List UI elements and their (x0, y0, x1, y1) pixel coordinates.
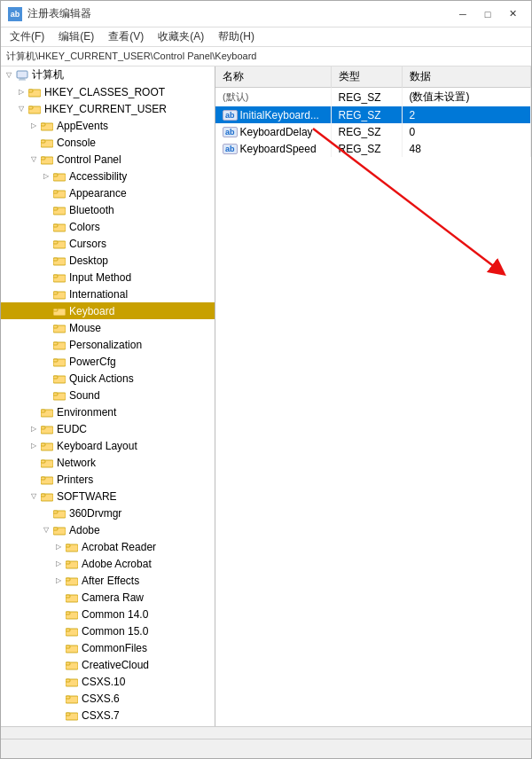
tree-node-sound[interactable]: ▷ Sound (1, 387, 215, 403)
title-bar: ab 注册表编辑器 ─ □ ✕ (1, 1, 531, 27)
tree-node-csxs7[interactable]: ▷ CSXS.7 (1, 707, 215, 724)
tree-node-software[interactable]: ▽ SOFTWARE (1, 488, 215, 505)
tree-node-common150[interactable]: ▷ Common 15.0 (1, 622, 215, 639)
svg-rect-76 (66, 696, 70, 699)
tree-node-environment[interactable]: ▷ Environment (1, 403, 215, 420)
tree-node-csxs6[interactable]: ▷ CSXS.6 (1, 690, 215, 707)
tree-node-appevents[interactable]: ▷ AppEvents (1, 117, 215, 134)
controlpanel-icon (40, 153, 54, 166)
svg-rect-38 (53, 376, 58, 379)
tree-node-controlpanel[interactable]: ▽ Control Panel (1, 151, 215, 168)
svg-rect-72 (66, 662, 70, 665)
tree-node-console[interactable]: ▷ Console (1, 134, 215, 151)
bluetooth-label: Bluetooth (69, 204, 114, 216)
close-button[interactable]: ✕ (501, 5, 524, 23)
tree-node-desktop[interactable]: ▷ Desktop (1, 252, 215, 269)
svg-rect-74 (66, 679, 70, 682)
expander-adobe: ▽ (40, 524, 52, 536)
controlpanel-label: Control Panel (57, 153, 121, 166)
tree-node-adobe[interactable]: ▽ Adobe (1, 521, 215, 538)
csxs7-icon (65, 709, 79, 722)
mouse-label: Mouse (69, 322, 101, 334)
tree-node-commonfiles[interactable]: ▷ CommonFiles (1, 639, 215, 656)
acrobatreader-icon (65, 541, 79, 553)
menu-edit[interactable]: 编辑(E) (53, 27, 99, 46)
cameraraw-label: Camera Raw (82, 591, 144, 604)
tree-node-powercfg[interactable]: ▷ PowerCfg (1, 353, 215, 370)
minimize-button[interactable]: ─ (451, 5, 474, 23)
tree-node-adobeacrobat[interactable]: ▷ Adobe Acrobat (1, 555, 215, 572)
tree-node-cameraraw[interactable]: ▷ Camera Raw (1, 589, 215, 606)
reg-icon-badge-1: ab InitialKeyboard... (223, 109, 319, 121)
appearance-icon (52, 187, 66, 200)
table-row[interactable]: (默认) REG_SZ (数值未设置) (215, 88, 531, 107)
registry-editor-window: ab 注册表编辑器 ─ □ ✕ 文件(F) 编辑(E) 查看(V) 收藏夹(A)… (0, 0, 532, 759)
keyboard-label: Keyboard (69, 305, 114, 317)
expander-hkcu: ▽ (15, 103, 27, 115)
tree-node-bluetooth[interactable]: ▷ Bluetooth (1, 201, 215, 218)
common150-label: Common 15.0 (82, 625, 148, 638)
tree-node-hkcu[interactable]: ▽ HKEY_CURRENT_USER (1, 100, 215, 117)
svg-rect-20 (53, 224, 58, 227)
menu-help[interactable]: 帮助(H) (213, 27, 260, 46)
svg-rect-70 (66, 646, 70, 648)
tree-node-keyboardlayout[interactable]: ▷ Keyboard Layout (1, 437, 215, 454)
tree-node-printers[interactable]: ▷ Printers (1, 471, 215, 488)
colors-icon (52, 221, 66, 233)
environment-icon (40, 406, 54, 419)
tree-node-acrobatreader[interactable]: ▷ Acrobat Reader (1, 538, 215, 555)
table-row-selected[interactable]: ab InitialKeyboard... REG_SZ 2 (215, 106, 531, 123)
row-name: (默认) (215, 88, 331, 107)
tree-node-mouse[interactable]: ▷ Mouse (1, 319, 215, 336)
tree-node-accessibility[interactable]: ▷ Accessibility (1, 168, 215, 184)
svg-rect-22 (53, 241, 58, 244)
network-label: Network (57, 457, 96, 469)
csxs10-label: CSXS.10 (82, 676, 125, 688)
tree-node-computer[interactable]: ▽ 计算机 (1, 67, 215, 83)
international-icon (52, 288, 66, 301)
software-label: SOFTWARE (57, 490, 117, 503)
svg-rect-26 (53, 275, 58, 278)
eudc-icon (40, 423, 54, 435)
expander-aftereffects: ▷ (52, 575, 65, 587)
expander-hkcr: ▷ (15, 86, 27, 98)
status-bar (1, 739, 531, 758)
powercfg-icon (52, 356, 66, 368)
tree-node-personalization[interactable]: ▷ Personalization (1, 336, 215, 353)
tree-pane[interactable]: ▽ 计算机 ▷ HKEY_CLASSES_ROOT (1, 67, 215, 726)
tree-node-appearance[interactable]: ▷ Appearance (1, 184, 215, 201)
table-row[interactable]: ab KeyboardSpeed REG_SZ 48 (215, 140, 531, 157)
tree-node-eudc[interactable]: ▷ EUDC (1, 420, 215, 437)
main-content: ▽ 计算机 ▷ HKEY_CLASSES_ROOT (1, 67, 531, 726)
tree-node-international[interactable]: ▷ International (1, 286, 215, 302)
default-icon-badge: (默认) (223, 90, 248, 104)
menu-view[interactable]: 查看(V) (103, 27, 149, 46)
hkcr-icon (27, 86, 42, 98)
tree-node-cursors[interactable]: ▷ Cursors (1, 235, 215, 252)
tree-node-inputmethod[interactable]: ▷ Input Method (1, 269, 215, 286)
tree-node-hkcr[interactable]: ▷ HKEY_CLASSES_ROOT (1, 83, 215, 100)
tree-node-keyboard[interactable]: ▷ Keyboard (1, 302, 215, 319)
table-row[interactable]: ab KeyboardDelay REG_SZ 0 (215, 123, 531, 140)
tree-node-creativecloud[interactable]: ▷ CreativeCloud (1, 656, 215, 673)
row-type: REG_SZ (331, 123, 402, 140)
csxs7-label: CSXS.7 (82, 709, 120, 722)
menu-favorites[interactable]: 收藏夹(A) (153, 27, 209, 46)
tree-node-csxs10[interactable]: ▷ CSXS.10 (1, 673, 215, 690)
tree-node-common140[interactable]: ▷ Common 14.0 (1, 606, 215, 622)
computer-label: 计算机 (32, 67, 64, 82)
horizontal-scrollbar[interactable] (1, 726, 531, 739)
inputmethod-label: Input Method (69, 271, 131, 284)
maximize-button[interactable]: □ (476, 5, 499, 23)
col-type[interactable]: 类型 (331, 67, 402, 88)
menu-file[interactable]: 文件(F) (4, 27, 50, 46)
tree-node-quickactions[interactable]: ▷ Quick Actions (1, 370, 215, 387)
tree-node-aftereffects[interactable]: ▷ After Effects (1, 572, 215, 589)
keyboardlayout-label: Keyboard Layout (57, 440, 137, 452)
tree-node-360drvmgr[interactable]: ▷ 360Drvmgr (1, 505, 215, 521)
tree-node-colors[interactable]: ▷ Colors (1, 218, 215, 235)
tree-node-network[interactable]: ▷ Network (1, 454, 215, 471)
col-name[interactable]: 名称 (215, 67, 331, 88)
col-data[interactable]: 数据 (402, 67, 531, 88)
svg-rect-14 (53, 174, 58, 176)
